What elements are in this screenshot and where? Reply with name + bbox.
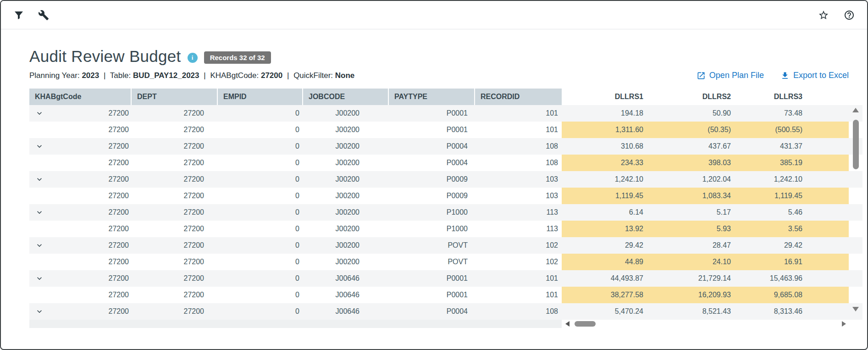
khabgtcode-cell: 27200 <box>29 105 132 122</box>
table-row[interactable]: 27200 27200 0 J00646 P0004 108 5,470.24 … <box>29 303 862 320</box>
table-row[interactable]: 27200 27200 0 J00200 P0004 108 234.33 39… <box>29 155 862 171</box>
column-header-dllrs1: DLLRS1 <box>562 89 643 105</box>
dllrs2-cell: 1,202.04 <box>643 171 731 188</box>
data-grid: KHABgtCode DEPT EMPID JOBCODE PAYTYPE RE… <box>29 89 862 328</box>
dllrs1-cell: 1,242.10 <box>562 171 643 188</box>
vertical-scrollbar[interactable] <box>849 105 862 320</box>
expand-chevron-icon[interactable] <box>35 175 44 184</box>
dllrs3-cell: 5.46 <box>731 204 802 221</box>
jobcode-cell: J00200 <box>303 254 389 270</box>
empid-cell: 0 <box>218 138 303 155</box>
paytype-cell: P1000 <box>389 204 475 221</box>
paytype-cell: P0001 <box>389 270 475 287</box>
table-row[interactable]: 27200 27200 0 J00200 P0001 101 1,311.60 … <box>29 122 862 138</box>
filter-summary: Planning Year: 2023 | Table: BUD_PAY12_2… <box>29 71 354 80</box>
open-plan-file-link[interactable]: Open Plan File <box>697 71 764 80</box>
table-row[interactable]: 27200 27200 0 J00200 POVT 102 44.89 24.1… <box>29 254 862 270</box>
jobcode-cell: J00200 <box>303 171 389 188</box>
table-row[interactable]: 27200 27200 0 J00646 P0001 101 44,493.87… <box>29 270 862 287</box>
scroll-down-arrow-icon[interactable] <box>852 307 859 311</box>
favorite-star-icon[interactable] <box>818 9 829 21</box>
dept-cell: 27200 <box>132 171 218 188</box>
recordid-cell: 101 <box>475 105 562 122</box>
jobcode-cell: J00200 <box>303 122 389 138</box>
dllrs1-cell: 38,277.58 <box>562 287 643 303</box>
dllrs2-cell: 28.47 <box>643 237 731 254</box>
dllrs3-cell: (500.55) <box>731 122 802 138</box>
dllrs1-cell: 5,470.24 <box>562 303 643 320</box>
khabgtcode-cell: 27200 <box>29 138 132 155</box>
dllrs2-cell: 8,521.43 <box>643 303 731 320</box>
scroll-left-arrow-icon[interactable] <box>565 321 569 327</box>
info-icon[interactable]: i <box>188 53 198 63</box>
vertical-scroll-thumb[interactable] <box>853 120 859 169</box>
dllrs2-cell: 398.03 <box>643 155 731 171</box>
dllrs2-cell: 24.10 <box>643 254 731 270</box>
column-header-jobcode: JOBCODE <box>303 89 389 105</box>
dllrs1-cell: 44.89 <box>562 254 643 270</box>
dllrs3-cell: 8,313.46 <box>731 303 802 320</box>
khabgtcode-cell: 27200 <box>29 188 132 204</box>
dllrs2-cell: (50.35) <box>643 122 731 138</box>
dllrs2-cell: 1,083.34 <box>643 188 731 204</box>
jobcode-cell: J00646 <box>303 270 389 287</box>
table-row[interactable]: 27200 27200 0 J00200 POVT 102 29.42 28.4… <box>29 237 862 254</box>
jobcode-cell: J00200 <box>303 188 389 204</box>
table-row[interactable]: 27200 27200 0 J00200 P1000 113 13.92 5.9… <box>29 221 862 237</box>
empid-cell: 0 <box>218 188 303 204</box>
scroll-up-arrow-icon[interactable] <box>852 108 859 112</box>
column-header-dllrs3: DLLRS3 <box>731 89 802 105</box>
expand-chevron-icon[interactable] <box>35 109 44 118</box>
recordid-cell: 108 <box>475 303 562 320</box>
jobcode-cell: J00200 <box>303 138 389 155</box>
dllrs2-cell: 50.90 <box>643 105 731 122</box>
table-row[interactable]: 27200 27200 0 J00646 P0001 101 38,277.58… <box>29 287 862 303</box>
grid-header-row: KHABgtCode DEPT EMPID JOBCODE PAYTYPE RE… <box>29 89 862 105</box>
recordid-cell: 103 <box>475 188 562 204</box>
recordid-cell: 103 <box>475 171 562 188</box>
khabgtcode-cell: 27200 <box>29 122 132 138</box>
dllrs2-cell: 5.93 <box>643 221 731 237</box>
dept-cell: 27200 <box>132 303 218 320</box>
filter-icon[interactable] <box>13 9 25 21</box>
dept-cell: 27200 <box>132 188 218 204</box>
dllrs2-cell: 5.17 <box>643 204 731 221</box>
dept-cell: 27200 <box>132 105 218 122</box>
horizontal-scroll-thumb[interactable] <box>575 321 596 327</box>
column-header-recordid: RECORDID <box>475 89 562 105</box>
paytype-cell: P1000 <box>389 221 475 237</box>
dept-cell: 27200 <box>132 155 218 171</box>
expand-chevron-icon[interactable] <box>35 307 44 316</box>
table-row[interactable]: 27200 27200 0 J00200 P0009 103 1,242.10 … <box>29 171 862 188</box>
column-header-paytype: PAYTYPE <box>389 89 475 105</box>
column-header-dllrs2: DLLRS2 <box>643 89 731 105</box>
horizontal-scrollbar[interactable] <box>562 320 849 328</box>
dllrs1-cell: 1,119.45 <box>562 188 643 204</box>
dept-cell: 27200 <box>132 138 218 155</box>
help-icon[interactable] <box>843 9 855 21</box>
empid-cell: 0 <box>218 303 303 320</box>
recordid-cell: 113 <box>475 204 562 221</box>
jobcode-cell: J00646 <box>303 287 389 303</box>
table-row[interactable]: 27200 27200 0 J00200 P0004 108 310.68 43… <box>29 138 862 155</box>
expand-chevron-icon[interactable] <box>35 241 44 250</box>
paytype-cell: P0001 <box>389 122 475 138</box>
expand-chevron-icon[interactable] <box>35 274 44 283</box>
paytype-cell: P0009 <box>389 188 475 204</box>
scroll-right-arrow-icon[interactable] <box>842 321 846 327</box>
wrench-icon[interactable] <box>38 9 50 21</box>
recordid-cell: 108 <box>475 155 562 171</box>
empid-cell: 0 <box>218 237 303 254</box>
recordid-cell: 101 <box>475 287 562 303</box>
table-row[interactable]: 27200 27200 0 J00200 P0009 103 1,119.45 … <box>29 188 862 204</box>
dllrs1-cell: 6.14 <box>562 204 643 221</box>
expand-chevron-icon[interactable] <box>35 142 44 151</box>
export-to-excel-link[interactable]: Export to Excel <box>780 71 849 80</box>
dept-cell: 27200 <box>132 204 218 221</box>
table-row[interactable]: 27200 27200 0 J00200 P0001 101 194.18 50… <box>29 105 862 122</box>
empid-cell: 0 <box>218 221 303 237</box>
khabgtcode-cell: 27200 <box>29 303 132 320</box>
expand-chevron-icon[interactable] <box>35 208 44 217</box>
table-row[interactable]: 27200 27200 0 J00200 P1000 113 6.14 5.17… <box>29 204 862 221</box>
dllrs2-cell: 21,729.14 <box>643 270 731 287</box>
